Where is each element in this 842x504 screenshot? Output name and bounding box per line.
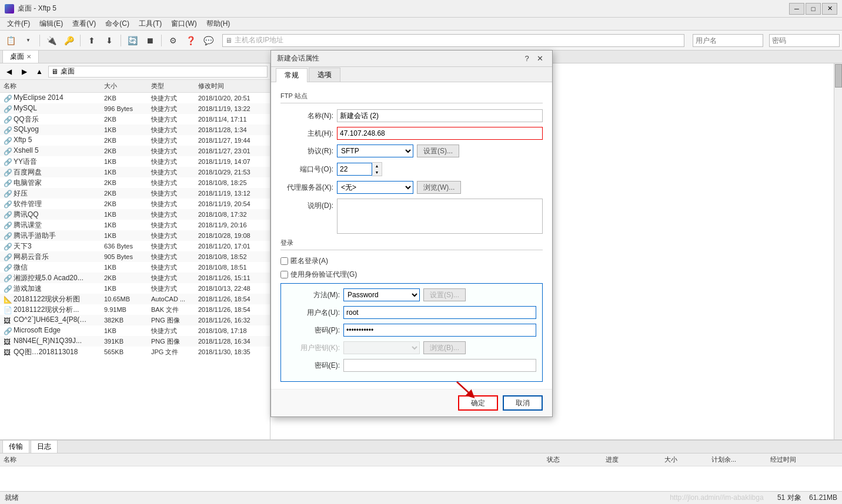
- menu-view[interactable]: 查看(V): [68, 18, 101, 30]
- menu-file[interactable]: 文件(F): [2, 18, 35, 30]
- toolbar-download[interactable]: ⬇: [101, 33, 118, 48]
- tab-close-icon[interactable]: ✕: [26, 53, 31, 60]
- list-item[interactable]: 📐20181122现状分析图 10.65MB AutoCAD ... 2018/…: [0, 294, 270, 304]
- proxy-browse-button[interactable]: 浏览(W)...: [417, 181, 461, 194]
- method-setup-button[interactable]: 设置(S)...: [423, 288, 466, 301]
- dialog-help-button[interactable]: ?: [520, 53, 533, 65]
- toolbar-connect[interactable]: 🔌: [43, 33, 59, 48]
- menu-command[interactable]: 命令(C): [101, 18, 134, 30]
- menu-help[interactable]: 帮助(H): [202, 18, 235, 30]
- transfer-col-status: 状态: [546, 455, 604, 464]
- list-item[interactable]: 🔗腾讯手游助手 1KB 快捷方式 2018/10/28, 19:08: [0, 230, 270, 241]
- list-item[interactable]: 🔗MySQL 996 Bytes 快捷方式 2018/11/19, 13:22: [0, 103, 270, 114]
- list-item[interactable]: 🔗好压 2KB 快捷方式 2018/11/19, 13:12: [0, 188, 270, 199]
- toolbar-new-session[interactable]: 📋: [2, 33, 19, 48]
- list-item[interactable]: 🖼N8N4E(_R)N1Q39J... 391KB PNG 图像 2018/11…: [0, 336, 270, 347]
- port-input-group: ▲ ▼: [337, 162, 382, 176]
- cancel-button[interactable]: 取消: [503, 395, 543, 411]
- nav-forward[interactable]: ▶: [18, 66, 31, 78]
- list-item[interactable]: 🔗百度网盘 1KB 快捷方式 2018/10/29, 21:53: [0, 167, 270, 177]
- ftp-section-label: FTP 站点: [280, 92, 543, 103]
- file-type-icon: 📄: [4, 306, 12, 314]
- port-increment[interactable]: ▲: [372, 163, 382, 169]
- tab-transfer[interactable]: 传输: [2, 440, 29, 453]
- port-decrement[interactable]: ▼: [372, 169, 382, 176]
- auth-agent-checkbox[interactable]: [280, 271, 288, 278]
- passphrase-input[interactable]: [343, 359, 536, 372]
- col-size[interactable]: 大小: [103, 82, 150, 90]
- desc-textarea[interactable]: [337, 199, 543, 234]
- menu-bar: 文件(F) 编辑(E) 查看(V) 命令(C) 工具(T) 窗口(W) 帮助(H…: [0, 18, 842, 31]
- username-field[interactable]: [693, 34, 763, 47]
- list-item[interactable]: 📄20181122现状分析... 9.91MB BAK 文件 2018/11/2…: [0, 304, 270, 315]
- user-row: 用户名(U):: [287, 306, 536, 319]
- nav-back[interactable]: ◀: [2, 66, 15, 78]
- toolbar-info[interactable]: 💬: [200, 33, 216, 48]
- menu-tools[interactable]: 工具(T): [134, 18, 166, 30]
- object-count: 51 对象: [777, 493, 801, 502]
- port-input[interactable]: [337, 163, 372, 176]
- toolbar-stop[interactable]: ⏹: [142, 33, 158, 48]
- anon-label[interactable]: 匿名登录(A): [290, 256, 328, 266]
- list-item[interactable]: 🖼CO^2`]UH6E3_4{P8(… 382KB PNG 图像 2018/11…: [0, 315, 270, 325]
- list-item[interactable]: 🔗MyEclipse 2014 2KB 快捷方式 2018/10/20, 20:…: [0, 93, 270, 103]
- list-item[interactable]: 🔗Xftp 5 2KB 快捷方式 2018/11/27, 19:44: [0, 135, 270, 146]
- list-item[interactable]: 🔗腾讯QQ 1KB 快捷方式 2018/10/8, 17:32: [0, 209, 270, 220]
- key-browse-button[interactable]: 浏览(B)...: [423, 341, 466, 354]
- confirm-button[interactable]: 确定: [458, 395, 498, 411]
- tab-log[interactable]: 日志: [31, 440, 58, 453]
- menu-window[interactable]: 窗口(W): [166, 18, 201, 30]
- list-item[interactable]: 🔗电脑管家 2KB 快捷方式 2018/10/8, 18:25: [0, 177, 270, 188]
- list-item[interactable]: 🖼QQ图…2018113018 565KB JPG 文件 2018/11/30,…: [0, 347, 270, 357]
- password-field[interactable]: [769, 34, 840, 47]
- list-item[interactable]: 🔗QQ音乐 2KB 快捷方式 2018/11/4, 17:11: [0, 114, 270, 125]
- anon-checkbox[interactable]: [280, 257, 288, 265]
- list-item[interactable]: 🔗Microsoft Edge 1KB 快捷方式 2018/10/8, 17:1…: [0, 325, 270, 336]
- auth-agent-label[interactable]: 使用身份验证代理(G): [290, 270, 357, 280]
- scroll-thumb[interactable]: [835, 64, 842, 88]
- host-address-bar[interactable]: 🖥 主机名或IP地址: [222, 34, 684, 47]
- list-item[interactable]: 🔗腾讯课堂 1KB 快捷方式 2018/11/9, 20:16: [0, 220, 270, 230]
- list-item[interactable]: 🔗天下3 636 Bytes 快捷方式 2018/11/20, 17:01: [0, 241, 270, 251]
- user-input[interactable]: [343, 306, 536, 319]
- toolbar-dropdown[interactable]: ▼: [20, 33, 36, 48]
- list-item[interactable]: 🔗SQLyog 1KB 快捷方式 2018/11/28, 1:34: [0, 125, 270, 135]
- dialog-tab-general[interactable]: 常规: [276, 68, 308, 82]
- col-name[interactable]: 名称: [2, 82, 103, 90]
- toolbar-refresh[interactable]: 🔄: [124, 33, 141, 48]
- dialog-footer: 确定 取消: [271, 389, 552, 416]
- proxy-select[interactable]: <无>: [337, 181, 413, 194]
- list-item[interactable]: 🔗微信 1KB 快捷方式 2018/10/8, 18:51: [0, 262, 270, 273]
- tab-desktop[interactable]: 桌面 ✕: [2, 50, 39, 63]
- protocol-select[interactable]: SFTPFTPFTPS: [337, 145, 413, 157]
- list-item[interactable]: 🔗游戏加速 1KB 快捷方式 2018/10/13, 22:48: [0, 283, 270, 294]
- list-item[interactable]: 🔗YY语音 1KB 快捷方式 2018/11/19, 14:07: [0, 156, 270, 167]
- col-date[interactable]: 修改时间: [197, 82, 268, 90]
- list-item[interactable]: 🔗软件管理 2KB 快捷方式 2018/11/19, 20:54: [0, 199, 270, 209]
- host-input[interactable]: [337, 127, 543, 140]
- protocol-label: 协议(R):: [280, 146, 333, 156]
- toolbar-key[interactable]: 🔑: [61, 33, 77, 48]
- key-label: 用户密钥(K):: [287, 343, 340, 353]
- toolbar-settings[interactable]: ⚙: [165, 33, 181, 48]
- list-item[interactable]: 🔗Xshell 5 2KB 快捷方式 2018/11/27, 23:01: [0, 146, 270, 156]
- name-input[interactable]: [337, 109, 543, 122]
- dialog-tab-options[interactable]: 选项: [309, 68, 340, 82]
- right-scrollbar[interactable]: [834, 63, 842, 439]
- protocol-setup-button[interactable]: 设置(S)...: [417, 145, 459, 157]
- menu-edit[interactable]: 编辑(E): [35, 18, 68, 30]
- dialog-close-button[interactable]: ✕: [533, 53, 546, 65]
- file-type-icon: 🔗: [4, 190, 12, 198]
- close-button[interactable]: ✕: [822, 3, 837, 15]
- method-select[interactable]: PasswordPublic KeyKeyboard Interactive: [343, 288, 420, 301]
- list-item[interactable]: 🔗湘源控规5.0 Acad20... 2KB 快捷方式 2018/11/26, …: [0, 273, 270, 283]
- col-type[interactable]: 类型: [150, 82, 197, 90]
- key-select[interactable]: [343, 341, 420, 354]
- minimize-button[interactable]: ─: [789, 3, 804, 15]
- maximize-button[interactable]: □: [806, 3, 821, 15]
- pass-input[interactable]: [343, 324, 536, 337]
- nav-up[interactable]: ▲: [33, 66, 46, 78]
- toolbar-upload[interactable]: ⬆: [83, 33, 100, 48]
- toolbar-help[interactable]: ❓: [182, 33, 199, 48]
- list-item[interactable]: 🔗网易云音乐 905 Bytes 快捷方式 2018/10/8, 18:52: [0, 251, 270, 262]
